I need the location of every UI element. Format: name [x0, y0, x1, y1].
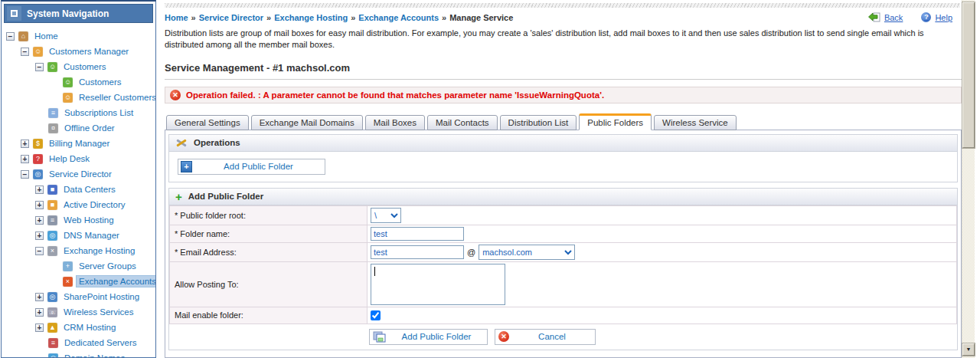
top-bar: Home»Service Director»Exchange Hosting»E…	[165, 12, 962, 22]
mail-enable-folder-checkbox[interactable]	[371, 310, 381, 320]
sidebar-item-domain-names[interactable]: ◎Domain Names	[2, 350, 155, 358]
page-description: Distribution lists are group of mail box…	[165, 28, 931, 51]
sidebar-header: System Navigation	[4, 4, 153, 23]
sidebar-item-crm-hosting[interactable]: +▲CRM Hosting	[2, 320, 155, 335]
allow-posting-to-label: Allow Posting To:	[170, 261, 368, 307]
email-address-label: * Email Address:	[170, 242, 368, 261]
customer-icon: ☺	[63, 77, 73, 87]
tab-label: General Settings	[175, 118, 240, 127]
allow-posting-to-textarea[interactable]	[371, 264, 505, 305]
email-local-part-input[interactable]	[371, 245, 464, 259]
sidebar-item-help-desk[interactable]: +?Help Desk	[2, 151, 155, 166]
tab-mail-contacts[interactable]: Mail Contacts	[427, 115, 498, 130]
expand-icon[interactable]: +	[21, 155, 29, 163]
sidebar-item-dns-manager[interactable]: +◎DNS Manager	[2, 228, 155, 243]
expand-icon[interactable]: +	[35, 232, 44, 240]
sidebar-item-offline-order[interactable]: ¤Offline Order	[2, 120, 155, 136]
help-icon: ?	[921, 12, 931, 22]
sidebar-item-label: Home	[32, 31, 60, 41]
tab-distribution-list[interactable]: Distribution List	[500, 115, 577, 130]
sidebar-item-customers[interactable]: −☺Customers	[2, 59, 155, 74]
plus-icon: +	[181, 161, 192, 172]
help-button[interactable]: ? Help	[921, 12, 952, 22]
sidebar-item-customers-manager[interactable]: −☺Customers Manager	[2, 44, 155, 59]
expand-icon[interactable]: +	[35, 201, 44, 209]
tools-icon	[175, 138, 188, 148]
expand-icon[interactable]: +	[35, 186, 44, 194]
sidebar-item-data-centers[interactable]: +■Data Centers	[2, 182, 155, 197]
sidebar-title: System Navigation	[27, 8, 109, 19]
sidebar-item-wireless-services[interactable]: +☏Wireless Services	[2, 304, 155, 320]
sidebar-item-home[interactable]: −⌂Home	[2, 28, 155, 44]
tab-exchange-mail-domains[interactable]: Exchange Mail Domains	[251, 115, 363, 130]
scrollbar-thumb[interactable]	[962, 2, 975, 148]
sidebar-item-active-directory[interactable]: +■Active Directory	[2, 197, 155, 212]
expand-icon[interactable]: +	[21, 140, 29, 148]
offline-order-icon: ¤	[48, 123, 58, 133]
form-row-public-folder-root: * Public folder root: \	[170, 205, 957, 225]
service-director-icon: ◎	[33, 169, 43, 179]
expand-icon[interactable]: +	[35, 308, 44, 317]
tab-mail-boxes[interactable]: Mail Boxes	[365, 115, 425, 130]
sidebar-item-customers[interactable]: ☺Customers	[2, 74, 155, 90]
main-content: Home»Service Director»Exchange Hosting»E…	[165, 0, 962, 358]
add-public-folder-button-label: Add Public Folder	[192, 162, 325, 171]
add-public-folder-button[interactable]: + Add Public Folder	[178, 159, 325, 175]
sidebar-item-label: Exchange Accounts	[77, 276, 156, 287]
help-desk-icon: ?	[33, 154, 43, 164]
operations-body: + Add Public Folder	[169, 152, 957, 182]
sidebar-item-service-director[interactable]: −◎Service Director	[2, 166, 155, 182]
folder-name-label: * Folder name:	[170, 225, 368, 242]
sidebar-item-label: SharePoint Hosting	[61, 291, 142, 302]
web-hosting-icon: ≡	[47, 215, 57, 225]
collapse-icon[interactable]: −	[21, 48, 29, 56]
back-button[interactable]: Back	[867, 12, 903, 22]
sidebar-item-exchange-accounts[interactable]: ×Exchange Accounts	[2, 274, 155, 289]
sidebar-item-server-groups[interactable]: +Server Groups	[2, 258, 155, 274]
scrollbar-down-button[interactable]: ▼	[962, 343, 975, 356]
sidebar-item-label: Web Hosting	[61, 215, 116, 225]
operations-title: Operations	[194, 138, 240, 147]
tab-public-folders[interactable]: Public Folders	[579, 113, 652, 130]
vertical-scrollbar[interactable]: ▼	[962, 0, 975, 358]
sidebar-item-exchange-hosting[interactable]: −×Exchange Hosting	[2, 243, 155, 258]
sidebar-item-label: Offline Order	[62, 123, 117, 133]
public-folder-root-select[interactable]: \	[371, 208, 401, 223]
sidebar-item-web-hosting[interactable]: +≡Web Hosting	[2, 212, 155, 228]
collapse-icon[interactable]: −	[35, 63, 44, 71]
folder-name-input[interactable]	[371, 227, 464, 241]
operations-section: Operations + Add Public Folder	[168, 134, 958, 182]
sidebar-item-label: Subscriptions List	[62, 107, 136, 118]
breadcrumb-link-exchange-hosting[interactable]: Exchange Hosting	[274, 13, 348, 22]
sidebar-item-dedicated-servers[interactable]: ≡Dedicated Servers	[2, 335, 155, 350]
error-icon: ✕	[170, 90, 181, 100]
collapse-icon[interactable]: −	[35, 247, 44, 255]
tab-wireless-service[interactable]: Wireless Service	[654, 115, 737, 130]
data-centers-icon: ■	[47, 185, 57, 195]
tab-general-settings[interactable]: General Settings	[166, 115, 249, 130]
sidebar-item-subscriptions-list[interactable]: ≡Subscriptions List	[2, 105, 155, 120]
form-row-folder-name: * Folder name:	[170, 225, 957, 242]
text-caret	[374, 267, 375, 276]
sidebar-item-reseller-customers[interactable]: ☺Reseller Customers	[2, 90, 155, 105]
sidebar-item-label: Dedicated Servers	[62, 337, 139, 348]
breadcrumb-link-exchange-accounts[interactable]: Exchange Accounts	[358, 13, 439, 22]
expand-icon[interactable]: +	[35, 216, 44, 225]
sidebar-item-sharepoint-hosting[interactable]: +◎SharePoint Hosting	[2, 289, 155, 304]
customers-group-icon: ☺	[47, 62, 57, 72]
splitter-grip[interactable]	[165, 3, 960, 8]
sidebar-item-billing-manager[interactable]: +$Billing Manager	[2, 136, 155, 151]
submit-add-public-folder-button[interactable]: Add Public Folder	[369, 329, 488, 345]
collapse-icon[interactable]: −	[21, 170, 29, 179]
crm-hosting-icon: ▲	[47, 323, 57, 333]
expand-icon[interactable]: +	[35, 324, 44, 332]
home-icon: ⌂	[18, 31, 28, 41]
collapse-icon[interactable]: −	[6, 32, 15, 41]
tab-panel: Operations + Add Public Folder + Add Pub…	[165, 130, 962, 358]
cancel-button[interactable]: ✕ Cancel	[495, 329, 596, 345]
customers-manager-icon: ☺	[33, 47, 43, 57]
breadcrumb-link-service-director[interactable]: Service Director	[199, 13, 263, 22]
breadcrumb-link-home[interactable]: Home	[165, 13, 188, 22]
expand-icon[interactable]: +	[35, 293, 44, 301]
email-domain-select[interactable]: machsol.com	[479, 245, 575, 260]
